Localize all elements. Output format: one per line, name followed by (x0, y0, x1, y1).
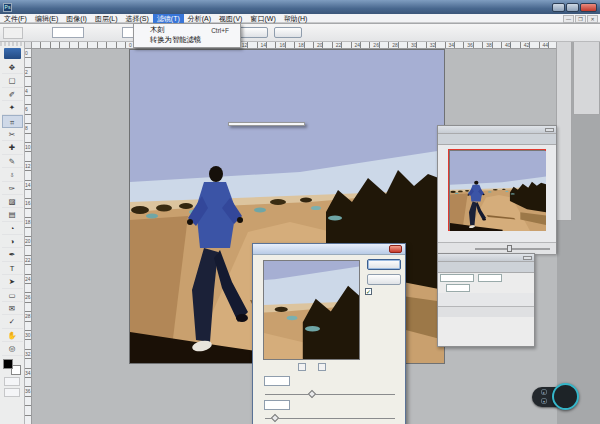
gradient-tool-icon[interactable]: ▤ (2, 208, 23, 221)
zoom-slider-knob[interactable] (507, 245, 512, 252)
filter-menu-item[interactable]: 转换为智能滤镜 (134, 35, 240, 45)
panel-minimize-icon[interactable] (545, 128, 554, 132)
opacity-field[interactable] (478, 274, 502, 282)
floating-optimizer-widget[interactable]: ▸ ▾ (532, 383, 579, 411)
panel-minimize-icon[interactable] (523, 256, 532, 260)
document-window-control-icon[interactable]: — (563, 15, 574, 23)
layers-panel (437, 253, 535, 347)
ruler-number: 30 (25, 332, 32, 351)
clone-stamp-tool-icon[interactable]: ♁ (2, 168, 23, 181)
menu-bar-item[interactable]: 帮助(H) (280, 14, 312, 23)
reset-button[interactable] (367, 274, 401, 285)
ruler-number: 8 (25, 125, 32, 144)
eyedropper-tool-icon[interactable]: ✓ (2, 315, 23, 328)
hand-tool-icon[interactable]: ✋ (2, 329, 23, 342)
menu-bar-item[interactable]: 文件(F) (0, 14, 31, 23)
screen-mode-button[interactable] (4, 388, 20, 397)
threshold-slider[interactable] (265, 418, 395, 419)
layers-title-strip[interactable] (438, 254, 534, 262)
lasso-tool-icon[interactable]: ✐ (2, 88, 23, 101)
maximize-button[interactable] (566, 3, 579, 12)
menu-bar-item[interactable]: 视图(V) (215, 14, 246, 23)
document-window-control-icon[interactable]: ❐ (575, 15, 586, 23)
ruler-number: 14 (25, 182, 32, 201)
foreground-color-swatch[interactable] (3, 359, 13, 369)
toolbox-grip[interactable] (0, 42, 24, 46)
navigator-zoom-slider[interactable] (475, 248, 550, 250)
dialog-preview-image[interactable] (263, 260, 360, 360)
horizontal-ruler: 0246810121416182022242628303234363840424… (32, 42, 557, 49)
color-swatches[interactable] (3, 359, 21, 375)
ruler-number: 2 (25, 69, 32, 88)
ruler-number: 42 (524, 42, 543, 49)
blend-mode-select[interactable] (440, 274, 474, 282)
minimize-button[interactable] (552, 3, 565, 12)
dialog-title-bar[interactable] (253, 244, 405, 255)
current-tool-icon[interactable] (3, 27, 23, 39)
toolbox-ps-badge (4, 48, 21, 59)
menu-bar-item[interactable]: 编辑(E) (31, 14, 62, 23)
preview-checkbox[interactable]: ✓ (365, 288, 372, 295)
blur-submenu (228, 122, 305, 126)
close-button[interactable] (580, 3, 597, 12)
widget-gauge[interactable] (552, 383, 579, 410)
navigator-thumbnail (449, 150, 545, 230)
filter-menu-item[interactable]: 木刻 Ctrl+F (134, 25, 240, 35)
history-brush-tool-icon[interactable]: ✑ (2, 182, 23, 195)
zoom-tool-icon[interactable]: ◎ (2, 342, 23, 355)
menu-bar-item[interactable]: 选择(S) (121, 14, 152, 23)
crop-width-field[interactable] (52, 27, 84, 38)
path-select-tool-icon[interactable]: ➤ (2, 275, 23, 288)
notes-tool-icon[interactable]: ✉ (2, 302, 23, 315)
radius-slider-knob[interactable] (308, 390, 316, 398)
healing-brush-tool-icon[interactable]: ✚ (2, 141, 23, 154)
threshold-slider-knob[interactable] (270, 414, 278, 422)
ruler-number: 20 (317, 42, 336, 49)
type-tool-icon[interactable]: T (2, 262, 23, 275)
ruler-number: 44 (543, 42, 557, 49)
navigator-title-strip[interactable] (438, 126, 556, 134)
pen-tool-icon[interactable]: ✒ (2, 248, 23, 261)
fill-field[interactable] (446, 284, 470, 292)
ruler-number: 32 (430, 42, 449, 49)
radius-slider[interactable] (265, 394, 395, 395)
preview-zoom-out-button[interactable] (298, 363, 306, 371)
navigator-panel (437, 125, 557, 253)
radius-field[interactable] (264, 376, 290, 386)
ruler-number: 12 (242, 42, 261, 49)
dodge-tool-icon[interactable]: ◑ (2, 235, 23, 248)
widget-mini-icon[interactable]: ▾ (541, 398, 547, 404)
preview-zoom-in-button[interactable] (318, 363, 326, 371)
ruler-number: 0 (25, 50, 32, 69)
ruler-corner (25, 42, 32, 49)
menu-bar-item[interactable]: 图层(L) (91, 14, 122, 23)
shape-tool-icon[interactable]: ▭ (2, 289, 23, 302)
menu-bar-item[interactable]: 窗口(W) (246, 14, 279, 23)
dialog-close-icon[interactable] (389, 245, 402, 253)
quick-select-tool-icon[interactable]: ✦ (2, 101, 23, 114)
eraser-tool-icon[interactable]: ▨ (2, 195, 23, 208)
quick-mask-button[interactable] (4, 377, 20, 386)
ok-button[interactable] (367, 259, 401, 270)
menu-bar-item[interactable]: 图像(I) (62, 14, 91, 23)
slice-tool-icon[interactable]: ✂ (2, 128, 23, 141)
brush-tool-icon[interactable]: ✎ (2, 155, 23, 168)
crop-tool-icon[interactable]: ⌗ (2, 115, 23, 128)
menu-bar: 文件(F)编辑(E)图像(I)图层(L)选择(S)滤镜(T)分析(A)视图(V)… (0, 14, 600, 23)
blur-tool-icon[interactable]: ◔ (2, 222, 23, 235)
ruler-number: 20 (25, 238, 32, 257)
widget-mini-icon[interactable]: ▸ (541, 389, 547, 395)
ruler-number: 28 (25, 313, 32, 332)
move-tool-icon[interactable]: ✥ (2, 61, 23, 74)
threshold-field[interactable] (264, 400, 290, 410)
menu-bar-item[interactable]: 滤镜(T) (153, 14, 184, 23)
options-bar (0, 24, 600, 42)
ruler-number: 38 (486, 42, 505, 49)
document-window-control-icon[interactable]: ✕ (587, 15, 598, 23)
clear-button[interactable] (274, 27, 302, 38)
ruler-number: 24 (25, 276, 32, 295)
ruler-number: 18 (298, 42, 317, 49)
marquee-tool-icon[interactable]: ▢ (2, 74, 23, 87)
menu-bar-item[interactable]: 分析(A) (184, 14, 215, 23)
ruler-number: 18 (25, 219, 32, 238)
